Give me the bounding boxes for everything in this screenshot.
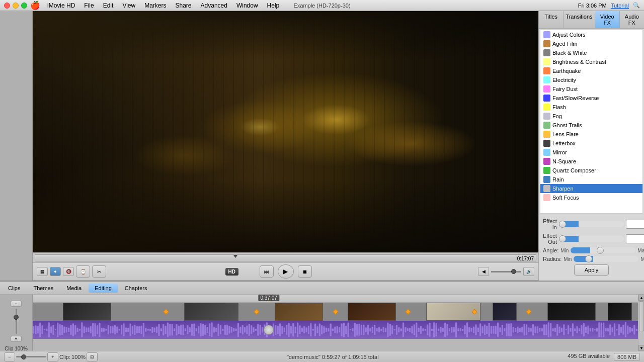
clip-view-button[interactable]: ▦ (37, 267, 48, 276)
tab-audio-fx[interactable]: Audio FX (620, 11, 644, 28)
camera-button[interactable]: ● (50, 267, 61, 276)
stop-button[interactable]: ⏹ (298, 265, 312, 278)
minimize-button[interactable] (13, 3, 19, 9)
effect-in-value[interactable]: 00:00 (626, 220, 644, 229)
effect-in-slider[interactable] (559, 221, 624, 227)
effect-item-fast/slow/reverse[interactable]: Fast/Slow/Reverse (540, 94, 642, 103)
tab-editing[interactable]: Editing (89, 284, 118, 293)
effect-icon (543, 158, 550, 165)
menu-imovie-hd[interactable]: iMovie HD (43, 1, 79, 10)
menu-edit[interactable]: Edit (99, 1, 118, 10)
effect-item-letterbox[interactable]: Letterbox (540, 139, 642, 148)
svg-rect-4 (41, 325, 43, 334)
audio-track[interactable] (33, 321, 638, 339)
video-track[interactable] (33, 303, 638, 321)
menu-share[interactable]: Share (172, 1, 196, 10)
menu-help[interactable]: Help (263, 1, 284, 10)
zoom-slider[interactable] (16, 309, 17, 334)
effect-out-slider[interactable] (559, 236, 624, 242)
apple-menu[interactable]: 🍎 (30, 1, 40, 10)
mute-button[interactable]: 🔇 (63, 267, 74, 276)
effect-item-ghost-trails[interactable]: Ghost Trails (540, 121, 642, 130)
apply-button[interactable]: Apply (574, 264, 609, 276)
trim-button[interactable]: ⌚ (76, 265, 90, 278)
effect-name: Flash (552, 104, 566, 110)
effect-out-value[interactable]: 00:00 (626, 234, 644, 243)
timeline-scrollbar[interactable]: ▲ ▼ (638, 295, 644, 351)
effect-item-fairy-dust[interactable]: Fairy Dust (540, 84, 642, 94)
svg-rect-192 (455, 322, 457, 337)
rewind-button[interactable]: ⏮ (260, 265, 274, 278)
menu-advanced[interactable]: Advanced (197, 1, 231, 10)
transition-3 (333, 309, 338, 314)
effect-item-earthquake[interactable]: Earthquake (540, 66, 642, 75)
tab-transitions[interactable]: Transitions (564, 11, 595, 28)
svg-rect-235 (550, 323, 551, 337)
zoom-minus[interactable]: − (4, 352, 15, 361)
effect-item-quartz-composer[interactable]: Quartz Composer (540, 166, 642, 175)
svg-rect-88 (226, 325, 228, 335)
scroll-down[interactable]: ▼ (638, 345, 644, 351)
tab-media[interactable]: Media (60, 284, 88, 293)
play-button[interactable]: ▶ (278, 264, 294, 279)
svg-rect-18 (72, 323, 74, 336)
zoom-button[interactable] (21, 3, 27, 9)
tutorial-link[interactable]: Tutorial (611, 3, 629, 9)
svg-rect-187 (444, 323, 446, 337)
effect-item-aged-film[interactable]: Aged Film (540, 39, 642, 48)
effect-item-rain[interactable]: Rain (540, 175, 642, 184)
search-icon[interactable]: 🔍 (633, 2, 640, 9)
tab-video-fx[interactable]: Video FX (595, 11, 620, 28)
radius-slider[interactable] (574, 256, 638, 262)
effect-item-adjust-colors[interactable]: Adjust Colors (540, 30, 642, 39)
effect-item-flash[interactable]: Flash (540, 103, 642, 112)
menu-markers[interactable]: Markers (140, 1, 170, 10)
zoom-in-btn[interactable]: + (11, 336, 22, 342)
effect-item-soft-focus[interactable]: Soft Focus (540, 193, 642, 202)
volume-slider[interactable] (491, 271, 521, 273)
effect-item-brightness-&-contrast[interactable]: Brightness & Contrast (540, 57, 642, 66)
scrubber-playhead[interactable] (264, 325, 274, 335)
timecode-display: 0:17:07 (517, 256, 534, 261)
clip-percent-btn[interactable]: ⊞ (87, 352, 98, 361)
timecode-ruler[interactable]: 0:17:07 (35, 254, 536, 261)
scroll-thumb[interactable] (639, 301, 644, 331)
window-title: Example (HD-720p-30) (293, 3, 350, 9)
angle-slider[interactable] (571, 247, 635, 253)
effect-item-black-&-white[interactable]: Black & White (540, 48, 642, 57)
prev-frame[interactable]: ◀ (478, 267, 489, 276)
clip-info: "demo music" 0:59:27 of 1:09:15 total (104, 354, 561, 360)
tab-clips[interactable]: Clips (2, 284, 26, 293)
svg-rect-211 (497, 322, 499, 337)
svg-rect-59 (163, 324, 164, 336)
menu-file[interactable]: File (80, 1, 98, 10)
effect-name: N-Square (552, 158, 576, 164)
effect-item-electricity[interactable]: Electricity (540, 75, 642, 84)
tab-themes[interactable]: Themes (27, 284, 59, 293)
zoom-out-btn[interactable]: − (11, 301, 22, 307)
effect-icon (543, 167, 550, 174)
timeline-tracks[interactable]: 0:37:07 (33, 295, 638, 351)
menu-window[interactable]: Window (232, 1, 262, 10)
effects-list[interactable]: Adjust ColorsAged FilmBlack & WhiteBrigh… (540, 30, 643, 214)
svg-rect-45 (132, 326, 133, 334)
tab-chapters[interactable]: Chapters (119, 284, 153, 293)
effect-in-row: Effect In 00:00 (543, 218, 640, 230)
svg-rect-20 (76, 328, 78, 332)
scissors-button[interactable]: ✂ (92, 265, 106, 278)
effect-item-n-square[interactable]: N-Square (540, 157, 642, 166)
tab-titles[interactable]: Titles (539, 11, 564, 28)
scroll-up[interactable]: ▲ (638, 295, 644, 301)
effect-item-mirror[interactable]: Mirror (540, 148, 642, 157)
video-thumb-6 (493, 303, 517, 321)
volume-icon[interactable]: 🔊 (523, 267, 534, 276)
menu-view[interactable]: View (118, 1, 139, 10)
status-zoom-slider[interactable] (16, 356, 46, 357)
effect-item-fog[interactable]: Fog (540, 112, 642, 121)
effect-item-lens-flare[interactable]: Lens Flare (540, 130, 642, 139)
svg-rect-210 (495, 326, 497, 334)
zoom-plus[interactable]: + (47, 352, 58, 361)
effect-item-sharpen[interactable]: Sharpen (540, 184, 642, 193)
svg-rect-153 (369, 328, 371, 331)
close-button[interactable] (4, 3, 10, 9)
